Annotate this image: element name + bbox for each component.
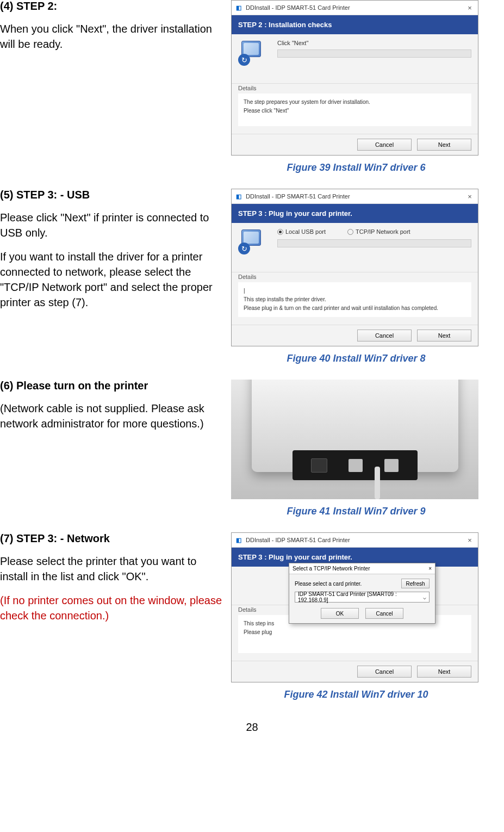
app-icon: ◧	[235, 193, 242, 200]
radio-label: TCP/IP Network port	[356, 228, 410, 235]
section-heading: (4) STEP 2:	[0, 0, 223, 13]
warning-text: (If no printer comes out on the window, …	[0, 593, 223, 623]
dialog-titlebar: ◧ DDInstall - IDP SMART-51 Card Printer …	[232, 1, 478, 15]
instruction-text: Click "Next"	[277, 40, 471, 46]
app-icon: ◧	[235, 4, 242, 11]
details-line: |	[244, 287, 466, 295]
usb-port-icon	[384, 459, 399, 472]
page-number: 28	[0, 721, 504, 734]
cable-icon	[375, 467, 380, 499]
details-line: This step installs the printer driver.	[244, 295, 466, 304]
dialog-title: DDInstall - IDP SMART-51 Card Printer	[246, 4, 465, 11]
cancel-button[interactable]: Cancel	[357, 330, 412, 342]
computer-icon: ↻	[238, 228, 266, 254]
next-button[interactable]: Next	[417, 666, 471, 678]
dropdown-value: IDP SMART-51 Card Printer [SMART09 : 192…	[298, 591, 423, 603]
computer-icon: ↻	[238, 40, 266, 66]
section-heading: (6) Please turn on the printer	[0, 380, 223, 392]
installer-dialog: ◧ DDInstall - IDP SMART-51 Card Printer …	[231, 189, 478, 346]
step-banner: STEP 2 : Installation checks	[232, 15, 478, 34]
dialog-titlebar: ◧ DDInstall - IDP SMART-51 Card Printer …	[232, 189, 478, 204]
radio-icon	[347, 229, 353, 235]
popup-label: Please select a card printer.	[295, 581, 362, 587]
ethernet-port-icon	[349, 459, 363, 472]
section-para: (Network cable is not supplied. Please a…	[0, 401, 223, 431]
next-button[interactable]: Next	[417, 330, 471, 342]
cancel-button[interactable]: Cancel	[357, 139, 412, 151]
installer-dialog: ◧ DDInstall - IDP SMART-51 Card Printer …	[231, 0, 478, 156]
details-label: Details	[232, 272, 478, 280]
app-icon: ◧	[235, 536, 242, 544]
printer-dropdown[interactable]: IDP SMART-51 Card Printer [SMART09 : 192…	[295, 592, 430, 603]
details-box: | This step installs the printer driver.…	[238, 282, 471, 317]
radio-local-usb[interactable]: Local USB port	[277, 228, 326, 235]
power-switch-icon	[311, 458, 327, 473]
details-line: Please plug in & turn on the card printe…	[244, 304, 466, 313]
details-line: The step prepares your system for driver…	[244, 98, 466, 107]
figure-caption: Figure 40 Install Win7 driver 8	[231, 353, 481, 364]
next-button[interactable]: Next	[417, 139, 471, 151]
dialog-title: DDInstall - IDP SMART-51 Card Printer	[246, 537, 465, 543]
details-label: Details	[232, 83, 478, 91]
radio-label: Local USB port	[285, 228, 326, 235]
section-para: Please click "Next" if printer is connec…	[0, 210, 223, 240]
dialog-titlebar: ◧ DDInstall - IDP SMART-51 Card Printer …	[232, 533, 478, 548]
progress-bar	[277, 239, 471, 247]
network-printer-popup: Select a TCP/IP Network Printer × Please…	[289, 563, 435, 624]
section-para: Please select the printer that you want …	[0, 554, 223, 584]
close-icon[interactable]: ×	[465, 535, 475, 545]
close-icon[interactable]: ×	[465, 3, 475, 13]
section-heading: (7) STEP 3: - Network	[0, 532, 223, 545]
details-line: Please plug	[244, 628, 466, 637]
popup-title: Select a TCP/IP Network Printer	[293, 566, 370, 572]
section-heading: (5) STEP 3: - USB	[0, 189, 223, 201]
close-icon[interactable]: ×	[465, 191, 475, 201]
printer-photo	[231, 380, 478, 499]
ok-button[interactable]: OK	[321, 608, 359, 619]
dialog-title: DDInstall - IDP SMART-51 Card Printer	[246, 193, 465, 200]
progress-bar	[277, 49, 471, 58]
close-icon[interactable]: ×	[428, 566, 432, 572]
section-para: If you want to install the driver for a …	[0, 249, 223, 310]
section-para: When you click "Next", the driver instal…	[0, 21, 223, 52]
figure-caption: Figure 41 Install Win7 driver 9	[231, 506, 481, 517]
figure-caption: Figure 42 Install Win7 driver 10	[231, 689, 481, 700]
installer-dialog: ◧ DDInstall - IDP SMART-51 Card Printer …	[231, 532, 478, 682]
radio-tcpip[interactable]: TCP/IP Network port	[347, 228, 410, 235]
cancel-button[interactable]: Cancel	[357, 666, 412, 678]
figure-caption: Figure 39 Install Win7 driver 6	[231, 162, 481, 173]
details-box: The step prepares your system for driver…	[238, 94, 471, 126]
step-banner: STEP 3 : Plug in your card printer.	[232, 204, 478, 223]
details-line: Please click "Next"	[244, 107, 466, 115]
refresh-button[interactable]: Refresh	[401, 579, 430, 588]
chevron-down-icon: ⌵	[423, 594, 426, 600]
cancel-button[interactable]: Cancel	[365, 608, 403, 619]
radio-icon	[277, 229, 283, 235]
